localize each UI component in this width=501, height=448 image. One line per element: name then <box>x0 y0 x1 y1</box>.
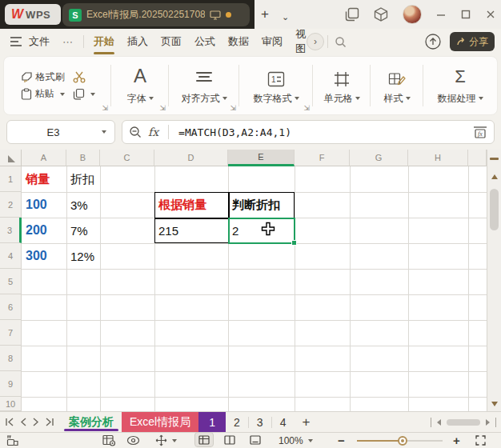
column-header-E[interactable]: E <box>228 150 295 166</box>
row-header-1[interactable]: 1 <box>0 166 22 192</box>
paste-button[interactable]: 粘贴 <box>21 87 65 101</box>
column-header-H[interactable]: H <box>408 150 468 166</box>
view-split-button[interactable] <box>221 433 238 446</box>
font-group[interactable]: A 字体 ⇲ <box>111 57 169 114</box>
column-header-D[interactable]: D <box>154 150 228 166</box>
zoom-slider-track[interactable] <box>357 440 401 442</box>
scroll-up-icon[interactable] <box>491 174 498 179</box>
column-header-B[interactable]: B <box>66 150 100 166</box>
select-all-corner[interactable] <box>0 150 22 166</box>
dialog-launcher-icon[interactable]: ⇲ <box>230 104 236 112</box>
zoom-in-button[interactable]: + <box>453 433 460 448</box>
view-normal-button[interactable] <box>195 433 213 446</box>
menu-tab-page[interactable]: 页面 <box>154 34 188 49</box>
format-painter-button[interactable]: 格式刷 <box>21 70 65 84</box>
cut-button[interactable] <box>73 71 95 83</box>
menu-tab-home[interactable]: 开始 <box>87 34 121 49</box>
row-header-4[interactable]: 4 <box>0 243 22 269</box>
more-menus-icon[interactable]: ⋯ <box>56 36 80 48</box>
cell-A3[interactable]: 200 <box>22 218 66 243</box>
column-header-F[interactable]: F <box>295 150 350 166</box>
isometric-box-icon[interactable] <box>373 6 389 22</box>
search-icon[interactable] <box>335 36 347 48</box>
hamburger-menu-icon[interactable] <box>10 36 22 47</box>
zoom-level[interactable]: 100% <box>279 433 313 448</box>
cell-B1[interactable]: 折扣 <box>66 166 100 192</box>
column-header-C[interactable]: C <box>100 150 154 166</box>
cell-B2[interactable]: 3% <box>66 192 100 218</box>
view-page-layout-button[interactable] <box>246 433 264 446</box>
name-box[interactable]: E3 <box>6 120 115 144</box>
add-sheet-button[interactable]: + <box>294 414 318 430</box>
dialog-launcher-icon[interactable]: ⇲ <box>303 104 310 112</box>
row-header-5[interactable]: 5 <box>0 269 22 294</box>
upload-cloud-button[interactable] <box>424 33 442 53</box>
menu-tab-review[interactable]: 审阅 <box>255 34 289 49</box>
prev-sheet-icon[interactable] <box>20 418 27 426</box>
grid-area[interactable]: ABCDEFGH12345678910销量折扣1003%2007%30012%根… <box>0 150 487 411</box>
formula-text[interactable]: =MATCH(D3,A2:A4,1) <box>178 126 467 138</box>
sheet-tab-case-analysis[interactable]: 案例分析 <box>61 412 122 432</box>
row-header-10[interactable]: 10 <box>0 397 22 411</box>
styles-group[interactable]: 样式 <box>371 57 423 114</box>
sheet-tab-excel-intel[interactable]: Excel情报局 <box>122 412 198 432</box>
horizontal-scrollbar[interactable] <box>431 412 496 433</box>
new-tab-button[interactable]: + <box>261 6 269 22</box>
multi-window-icon[interactable] <box>345 7 359 22</box>
user-avatar[interactable] <box>403 5 422 24</box>
sheet-tab-1[interactable]: 1 <box>198 412 226 432</box>
zoom-out-button[interactable]: − <box>338 433 345 448</box>
formula-input-area[interactable]: fx =MATCH(D3,A2:A4,1) fx <box>122 120 495 144</box>
table-settings-button[interactable] <box>102 433 116 448</box>
row-header-2[interactable]: 2 <box>0 192 22 218</box>
eye-protect-button[interactable] <box>126 433 140 448</box>
fill-handle[interactable] <box>291 240 297 246</box>
zoom-slider-track[interactable] <box>407 440 443 442</box>
share-button[interactable]: 分享 <box>450 32 495 51</box>
macro-record-button[interactable] <box>6 433 19 448</box>
row-header-9[interactable]: 9 <box>0 371 22 397</box>
vertical-scroll-thumb[interactable] <box>490 189 499 230</box>
number-format-group[interactable]: 1 数字格式 ⇲ <box>239 57 313 114</box>
dialog-launcher-icon[interactable]: ⇲ <box>102 104 108 112</box>
row-header-3[interactable]: 3 <box>0 218 22 243</box>
scroll-down-icon[interactable] <box>491 402 498 406</box>
vertical-scrollbar[interactable] <box>487 150 501 411</box>
data-tools-group[interactable]: Σ 数据处理 <box>423 57 497 114</box>
horizontal-scroll-thumb[interactable] <box>447 419 480 426</box>
maximize-button[interactable] <box>460 9 471 20</box>
menu-tab-data[interactable]: 数据 <box>222 34 255 49</box>
scroll-left-icon[interactable] <box>437 419 441 426</box>
more-tabs-chevron-button[interactable]: › <box>307 33 324 50</box>
row-header-8[interactable]: 8 <box>0 346 22 371</box>
scroll-right-icon[interactable] <box>486 419 490 426</box>
cell-A1[interactable]: 销量 <box>22 166 66 192</box>
column-header-partial[interactable] <box>468 150 487 166</box>
close-button[interactable] <box>485 9 496 20</box>
last-sheet-icon[interactable] <box>44 418 54 426</box>
cell-A4[interactable]: 300 <box>22 243 66 269</box>
next-sheet-icon[interactable] <box>32 418 39 426</box>
document-tab[interactable]: S Excel情报局.2025022517080 <box>62 3 250 26</box>
dialog-launcher-icon[interactable]: ⇲ <box>159 104 166 112</box>
split-handle-icon[interactable] <box>490 158 499 160</box>
formula-bar-expand-icon[interactable]: fx <box>473 126 487 138</box>
zoom-out-icon[interactable] <box>129 126 142 138</box>
column-header-A[interactable]: A <box>22 150 66 166</box>
cell-A2[interactable]: 100 <box>22 192 66 218</box>
cells-group[interactable]: 单元格 <box>313 57 371 114</box>
minimize-button[interactable] <box>435 9 447 20</box>
column-header-G[interactable]: G <box>350 150 408 166</box>
cell-B4[interactable]: 12% <box>66 243 100 269</box>
first-sheet-icon[interactable] <box>5 418 15 426</box>
zoom-slider-thumb[interactable] <box>398 436 407 446</box>
menu-tab-formula[interactable]: 公式 <box>188 34 222 49</box>
sheet-tab-3[interactable]: 3 <box>249 412 271 432</box>
insert-function-icon[interactable]: fx <box>148 126 158 138</box>
copy-button[interactable] <box>73 88 95 100</box>
sheet-tab-4[interactable]: 4 <box>272 412 295 432</box>
menu-tab-insert[interactable]: 插入 <box>121 34 154 49</box>
alignment-group[interactable]: 对齐方式 ⇲ <box>169 57 239 114</box>
row-header-7[interactable]: 7 <box>0 320 22 346</box>
menu-file[interactable]: 文件 <box>22 34 56 49</box>
